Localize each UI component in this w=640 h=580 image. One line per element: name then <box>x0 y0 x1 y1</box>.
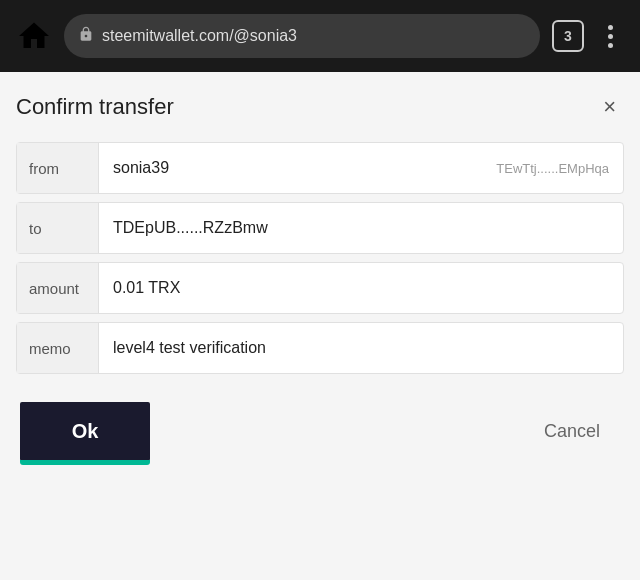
from-label-text: from <box>29 160 59 177</box>
from-label: from <box>17 143 99 193</box>
url-text: steemitwallet.com/@sonia3 <box>102 27 526 45</box>
to-row: to TDEpUB......RZzBmw <box>16 202 624 254</box>
memo-row: memo level4 test verification <box>16 322 624 374</box>
memo-label-text: memo <box>29 340 71 357</box>
dot-3 <box>608 43 613 48</box>
dot-2 <box>608 34 613 39</box>
browser-chrome: steemitwallet.com/@sonia3 3 <box>0 0 640 72</box>
close-button[interactable]: × <box>595 92 624 122</box>
to-label: to <box>17 203 99 253</box>
memo-value: level4 test verification <box>99 327 623 369</box>
dot-1 <box>608 25 613 30</box>
amount-label-text: amount <box>29 280 79 297</box>
menu-button[interactable] <box>596 22 624 50</box>
cancel-button[interactable]: Cancel <box>524 405 620 458</box>
address-bar[interactable]: steemitwallet.com/@sonia3 <box>64 14 540 58</box>
from-row: from sonia39 TEwTtj......EMpHqa <box>16 142 624 194</box>
home-icon[interactable] <box>16 18 52 54</box>
dialog-overlay: Confirm transfer × from sonia39 TEwTtj..… <box>0 72 640 580</box>
lock-icon <box>78 26 94 46</box>
memo-label: memo <box>17 323 99 373</box>
amount-row: amount 0.01 TRX <box>16 262 624 314</box>
amount-value: 0.01 TRX <box>99 267 623 309</box>
from-value: sonia39 <box>99 147 496 189</box>
dialog-title: Confirm transfer <box>16 94 174 120</box>
button-row: Ok Cancel <box>16 402 624 461</box>
dialog-header: Confirm transfer × <box>16 92 624 122</box>
amount-label: amount <box>17 263 99 313</box>
to-value: TDEpUB......RZzBmw <box>99 207 623 249</box>
tab-count-badge[interactable]: 3 <box>552 20 584 52</box>
tab-count-label: 3 <box>564 28 572 44</box>
to-label-text: to <box>29 220 42 237</box>
from-secondary: TEwTtj......EMpHqa <box>496 161 623 176</box>
ok-button[interactable]: Ok <box>20 402 150 461</box>
